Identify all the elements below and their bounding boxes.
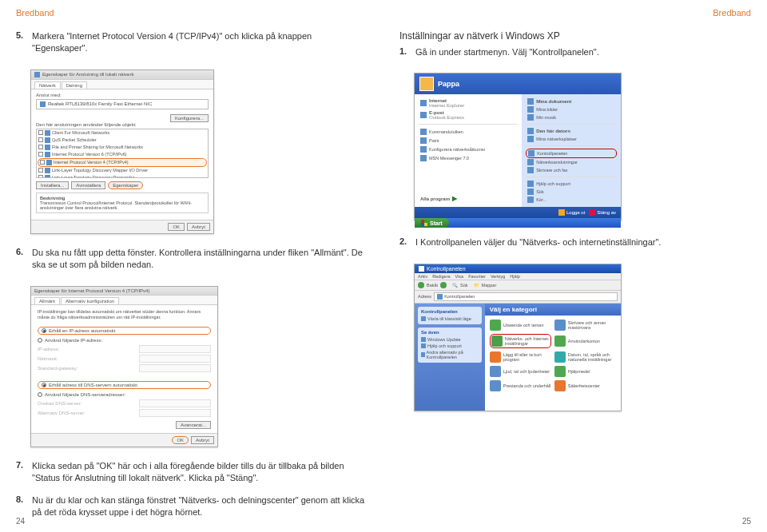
mail-icon [420,112,427,118]
tab-sharing[interactable]: Delning [62,81,87,89]
side-link[interactable]: Hjälp och support [421,343,479,349]
screenshot-xp-start-menu: Pappa InternetInternet Explorer E-postOu… [414,73,622,220]
radio-obtain-ip-auto-highlighted[interactable]: Erhåll en IP-adress automatiskt [38,327,211,335]
step-text: Markera "Internet Protocol Version 4 (TC… [32,30,368,55]
datetime-icon [554,351,566,363]
gateway-row: Standard-gateway: [38,364,211,372]
start-item[interactable]: Paint [419,137,518,145]
menu-help[interactable]: Hjälp [510,274,520,279]
components-list[interactable]: Client For Microsoft Networks QoS Packet… [36,129,209,178]
configure-button[interactable]: Konfigurera... [170,114,209,122]
cancel-button[interactable]: Avbryt [187,223,210,231]
printers-icon [554,320,566,331]
dns2-row: Alternativ DNS-server: [38,409,211,417]
menu-tools[interactable]: Verktyg [491,274,505,279]
folder-icon [527,106,534,113]
logoff-button[interactable]: Logga ut [558,209,585,216]
start-item-email[interactable]: E-postOutlook Express [419,109,518,121]
list-item[interactable]: Link-Layer Topology Discovery Responder [37,174,208,178]
start-item[interactable]: Den här datorn [526,127,617,135]
back-icon[interactable] [418,282,424,288]
menu-favorites[interactable]: Favoriter [468,274,486,279]
start-item[interactable]: Mina nätverksplatser [526,135,617,143]
cp-icon [419,266,424,272]
cmd-icon [420,129,427,135]
menu-bar[interactable]: Arkiv Redigera Visa Favoriter Verktyg Hj… [415,273,621,280]
category-appearance[interactable]: Utseende och teman [490,320,551,331]
cancel-button[interactable]: Avbryt [191,436,214,444]
list-item[interactable]: Internet Protocol Version 6 (TCP/IPv6) [37,151,208,158]
category-accessibility[interactable]: Hjälpmedel [554,366,616,377]
address-input[interactable]: Kontrollpanelen [434,292,618,301]
uninstall-button[interactable]: Avinstallera [71,181,105,189]
forward-icon[interactable] [440,282,447,288]
category-performance[interactable]: Prestanda och underhåll [490,380,551,391]
install-button[interactable]: Installera... [36,181,69,189]
start-item[interactable]: Kör... [526,196,617,204]
list-item[interactable]: Link-Layer Topology Discovery Mapper I/O… [37,167,208,174]
side-link[interactable]: Windows Update [421,336,479,343]
start-left-panel: InternetInternet Explorer E-postOutlook … [415,94,522,207]
side-link[interactable]: Andra alternativ på Kontrollpanelen [421,349,479,360]
radio-use-ip[interactable]: Använd följande IP-adress: [38,338,211,343]
ie-icon [420,100,427,106]
page-number-right: 25 [742,517,751,526]
start-item-control-panel-highlighted[interactable]: Kontrollpanelen [526,149,617,158]
all-programs[interactable]: Alla program▶ [419,193,518,204]
menu-edit[interactable]: Redigera [432,274,450,279]
start-button[interactable]: Start [415,218,449,228]
category-network-highlighted[interactable]: Nätverks- och Internet-inställningar [490,334,551,348]
tab-alt-config[interactable]: Alternativ konfiguration [61,297,119,304]
window-icon [34,72,40,77]
menu-view[interactable]: Visa [455,274,464,279]
page-header-left: Bredband [16,8,368,18]
menu-file[interactable]: Arkiv [418,274,427,279]
address-bar: Adress Kontrollpanelen [415,291,621,304]
tab-general[interactable]: Allmänt [34,297,60,304]
screenshot-connection-properties: Egenskaper för Anslutning till lokalt nä… [30,69,214,234]
folders-button[interactable]: Mappar [482,283,497,288]
step-number: 2. [399,236,411,248]
category-users[interactable]: Användarkonton [554,334,616,348]
start-item[interactable]: MSN Messenger 7.0 [419,154,518,162]
category-addremove[interactable]: Lägg till eller ta bort program [490,351,551,363]
category-security[interactable]: Säkerhetscenter [554,380,616,391]
start-item[interactable]: Skrivare och fax [526,166,617,174]
category-datetime[interactable]: Datum, tid, språk och nationella inställ… [554,351,616,363]
search-button[interactable]: Sök [460,283,467,288]
step-7: 7. Klicka sedan på "OK" här och i alla f… [16,460,368,485]
ok-button[interactable]: OK [168,223,185,231]
start-item[interactable]: Mina bilder [526,105,617,113]
properties-button-highlighted[interactable]: Egenskaper [108,181,143,189]
list-item-ipv4-highlighted[interactable]: Internet Protocol Version 4 (TCP/IPv4) [38,158,207,167]
step-number: 5. [16,30,27,55]
window-titlebar: Kontrollpanelen [415,264,621,273]
step-text: Nu är du klar och kan stänga fönstret "N… [32,494,368,519]
advanced-button[interactable]: Avancerat... [176,421,211,429]
computer-icon [527,128,534,134]
radio-use-dns[interactable]: Använd följande DNS-serveradresser: [38,392,211,397]
ok-button-highlighted[interactable]: OK [172,436,189,444]
start-bottom-bar: Logga ut Stäng av [415,207,621,218]
start-item[interactable]: Konfigurera nätverksåtkomst [419,145,518,153]
help-icon [421,343,426,348]
start-item[interactable]: Hjälp och support [526,180,617,188]
category-sound[interactable]: Ljud, tal och ljudenheter [490,366,551,377]
start-item[interactable]: Sök [526,188,617,196]
shutdown-button[interactable]: Stäng av [589,209,616,216]
radio-obtain-dns-auto-highlighted[interactable]: Erhåll adress till DNS-servern automatis… [38,381,211,389]
list-item[interactable]: Client For Microsoft Networks [37,129,208,137]
side-box-seealso: Se även Windows Update Hjälp och support… [418,328,482,363]
start-item[interactable]: Nätverksanslutningar [526,158,617,166]
start-item[interactable]: Kommandotolken [419,128,518,136]
list-item[interactable]: File and Printer Sharing for Microsoft N… [37,144,208,151]
category-printers[interactable]: Skrivare och annan maskinvara [554,320,616,331]
start-item-internet[interactable]: InternetInternet Explorer [419,97,518,109]
windows-flag-icon [421,220,427,226]
tab-network[interactable]: Nätverk [34,81,61,89]
switch-classic-link[interactable]: Växla till klassiskt läge [421,316,479,322]
start-item[interactable]: Min musik [526,113,617,121]
start-item[interactable]: Mina dokument [526,97,617,105]
list-item[interactable]: QoS Packet Scheduler [37,137,208,144]
back-button[interactable]: Bakåt [427,283,438,288]
